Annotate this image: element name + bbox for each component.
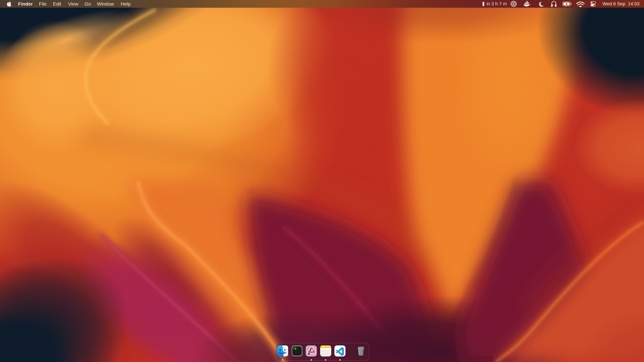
svg-text:$: $ [293,348,295,350]
